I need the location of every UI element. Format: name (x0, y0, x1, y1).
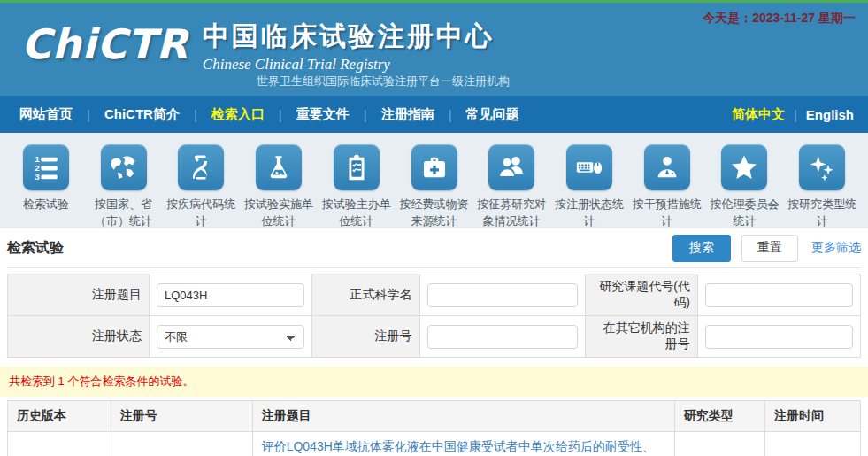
quicklink-by-recruitment[interactable]: 按征募研究对象情况统计 (472, 144, 550, 220)
result-summary: 共检索到 1 个符合检索条件的试验。 (0, 367, 868, 397)
nav-item-about[interactable]: ChiCTR简介 (99, 106, 185, 123)
field-label-registration-status: 注册状态 (8, 316, 150, 358)
col-registration-date: 注册时间 (765, 401, 861, 432)
trial-title-link[interactable]: 评价LQ043H单域抗体雾化液在中国健康受试者中单次给药后的耐受性、安全性、..… (262, 439, 655, 456)
search-form: 注册题目 正式科学名 研究课题代号(代码) 注册状态 不限 注册号 在其它机构的… (7, 274, 861, 358)
quicklink-by-ethics-committee[interactable]: 按伦理委员会统计 (706, 144, 784, 220)
site-title-en: Chinese Clinical Trial Registry (203, 56, 495, 73)
quicklinks-strip: 123 检索试验 按国家、省（市）统计 按疾病代码统计 按试验实施单位统计 按试… (0, 133, 868, 228)
nav-separator: | (364, 107, 367, 122)
nav-separator: | (794, 107, 797, 122)
nav-separator: | (87, 107, 90, 122)
nav-separator: | (194, 107, 197, 122)
scientific-name-input[interactable] (427, 283, 578, 307)
today-date: 今天是：2023-11-27 星期一 (703, 11, 856, 27)
registration-number-cell: ChiCTR2300069500 (111, 432, 252, 456)
nav-separator: | (279, 107, 282, 122)
registration-status-select[interactable]: 不限 (157, 325, 304, 349)
dna-icon (178, 144, 224, 190)
nav-item-search-entry[interactable]: 检索入口 (206, 106, 270, 123)
world-map-icon (101, 144, 147, 190)
quicklink-by-region[interactable]: 按国家、省（市）统计 (85, 144, 163, 220)
page-title: 检索试验 (7, 239, 64, 258)
people-icon (488, 144, 534, 190)
registration-number-input[interactable] (427, 325, 578, 349)
nav-item-faq[interactable]: 常见问题 (461, 106, 525, 123)
medical-bag-icon (411, 144, 457, 190)
registration-title-input[interactable] (157, 283, 304, 307)
search-section: 检索试验 搜索 重置 更多筛选 注册题目 正式科学名 研究课题代号(代码) 注册… (0, 228, 868, 358)
search-button[interactable]: 搜索 (672, 235, 731, 262)
nav-separator: | (449, 107, 452, 122)
field-label-other-registry-number: 在其它机构的注册号 (585, 316, 697, 358)
reset-button[interactable]: 重置 (741, 235, 798, 262)
quicklink-by-implementing-site[interactable]: 按试验实施单位统计 (240, 144, 318, 220)
quicklink-by-study-type[interactable]: 按研究类型统计 (783, 144, 861, 220)
nav-item-home[interactable]: 网站首页 (14, 106, 78, 123)
other-registry-number-input[interactable] (705, 325, 853, 349)
col-registration-number: 注册号 (111, 401, 252, 432)
search-actions: 搜索 重置 更多筛选 (672, 235, 861, 262)
lang-english[interactable]: English (806, 107, 854, 122)
field-label-scientific-name: 正式科学名 (312, 274, 419, 316)
search-section-header: 检索试验 搜索 重置 更多筛选 (7, 228, 861, 268)
flask-icon (256, 144, 302, 190)
field-label-registration-number: 注册号 (312, 316, 419, 358)
field-label-study-code: 研究课题代号(代码) (585, 274, 697, 316)
results-header-row: 历史版本 注册号 注册题目 研究类型 注册时间 (8, 401, 861, 432)
results-table: 历史版本 注册号 注册题目 研究类型 注册时间 历史版本 ChiCTR23000… (7, 400, 861, 456)
registration-date-cell: 2023/03/20 (765, 432, 861, 456)
sparkles-icon (799, 144, 845, 190)
chictr-logo: ChiCTR (21, 17, 188, 72)
doctor-icon (644, 144, 690, 190)
list-123-icon: 123 (23, 144, 69, 190)
col-history-version: 历史版本 (8, 401, 111, 432)
who-platform-subtitle: 世界卫生组织国际临床试验注册平台一级注册机构 (257, 73, 510, 89)
lang-simplified-chinese[interactable]: 简体中文 (732, 106, 785, 123)
main-nav: 网站首页 | ChiCTR简介 | 检索入口 | 重要文件 | 注册指南 | 常… (0, 96, 868, 133)
more-filters-link[interactable]: 更多筛选 (811, 240, 861, 256)
table-row: 历史版本 ChiCTR2300069500 评价LQ043H单域抗体雾化液在中国… (8, 432, 861, 456)
quicklink-search-trials[interactable]: 123 检索试验 (7, 144, 85, 220)
keyboard-mouse-icon (566, 144, 612, 190)
col-registration-title: 注册题目 (252, 401, 674, 432)
field-label-registration-title: 注册题目 (8, 274, 150, 316)
clipboard-icon (334, 144, 380, 190)
site-titles: 中国临床试验注册中心 Chinese Clinical Trial Regist… (203, 17, 495, 73)
col-study-type: 研究类型 (674, 401, 764, 432)
quicklink-by-sponsor[interactable]: 按试验主办单位统计 (318, 144, 396, 220)
nav-item-guide[interactable]: 注册指南 (376, 106, 440, 123)
site-header: 今天是：2023-11-27 星期一 ChiCTR 中国临床试验注册中心 Chi… (0, 3, 868, 96)
study-code-input[interactable] (705, 283, 853, 307)
svg-text:3: 3 (35, 172, 40, 182)
star-icon (721, 144, 767, 190)
site-title-cn: 中国临床试验注册中心 (203, 19, 495, 55)
quicklink-by-funding-source[interactable]: 按经费或物资来源统计 (396, 144, 473, 220)
quicklink-by-intervention[interactable]: 按干预措施统计 (628, 144, 706, 220)
quicklink-by-disease-code[interactable]: 按疾病代码统计 (162, 144, 240, 220)
quicklink-by-registration-status[interactable]: 按注册状态统计 (550, 144, 628, 220)
language-switcher: 简体中文 | English (732, 106, 854, 123)
nav-item-documents[interactable]: 重要文件 (291, 106, 355, 123)
study-type-cell: 干预性研究 (674, 432, 764, 456)
